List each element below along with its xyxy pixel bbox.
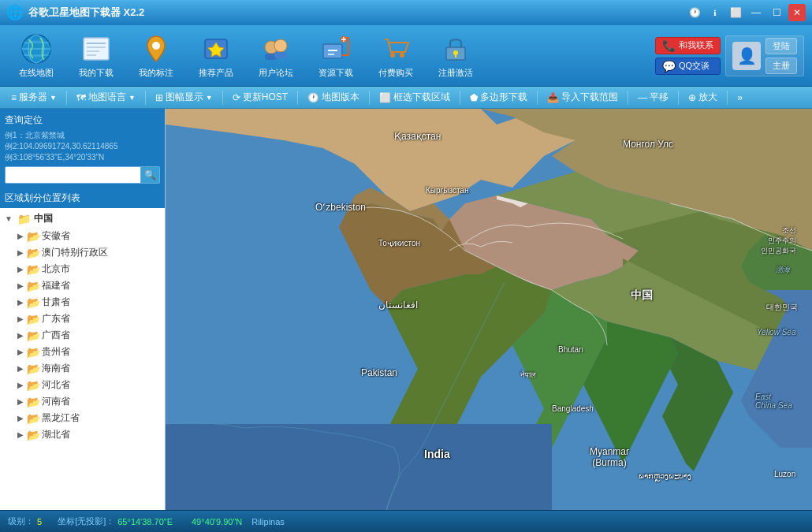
polygon-icon: ⬟ [470,92,478,103]
move-label: 平移 [650,91,669,104]
tree-item-henan[interactable]: ▶ 📂 河南省 [2,393,163,410]
search-input[interactable] [5,166,141,184]
select-area-menu[interactable]: ⬜ 框选下载区域 [373,89,456,106]
map-version-menu[interactable]: 🕐 地图版本 [301,89,366,106]
contact-button[interactable]: 📞 和我联系 [655,37,721,54]
resource-download-button[interactable]: 资源下载 [307,29,364,83]
tree-item-guangxi[interactable]: ▶ 📂 广西省 [2,327,163,344]
recommend-button[interactable]: 推荐产品 [188,29,244,83]
import-menu[interactable]: 📥 导入下载范围 [541,89,624,106]
zoom-label: 放大 [698,91,717,104]
maximize-button[interactable]: ☐ [768,4,785,21]
region-list[interactable]: ▼ 📁 中国 ▶ 📂 安徽省 ▶ 📂 澳门特别行政区 ▶ 📂 北京市 ▶ [0,208,165,510]
level-status: 级别： 5 [8,515,42,527]
server-menu-icon: ≡ [11,92,17,103]
import-icon: 📥 [547,92,559,103]
my-markers-label: 我的标注 [139,67,173,79]
tree-item-hebei[interactable]: ▶ 📂 河北省 [2,377,163,393]
info-button[interactable]: ℹ [706,4,724,21]
tree-root-china[interactable]: ▼ 📁 中国 [2,210,163,228]
zoom-menu[interactable]: ⊕ 放大 [682,89,724,106]
menu-separator-5 [369,91,370,105]
display-menu[interactable]: ⊞ 图幅显示 ▼ [149,89,219,106]
tree-item-guangdong[interactable]: ▶ 📂 广东省 [2,311,163,327]
import-label: 导入下载范围 [561,91,618,104]
forum-button[interactable]: 用户论坛 [248,29,304,83]
search-example-3: 例3:108°56'33"E,34°20'33"N [5,152,160,163]
menu-separator-6 [460,91,460,105]
minimize-button[interactable]: 🕐 [686,4,703,21]
minimize-win-button[interactable]: — [747,4,765,21]
my-markers-button[interactable]: 我的标注 [128,29,184,83]
tree-item-macau[interactable]: ▶ 📂 澳门特别行政区 [2,244,163,261]
tree-child-label-3: 福建省 [42,279,70,292]
my-download-icon [80,32,113,65]
map-container[interactable]: Қазақстан Монгол Улс Oʻzbekiston Кыргызс… [166,109,812,510]
server-menu-label: 服务器 [19,91,47,104]
user-info: 👤 登陆 主册 [725,35,804,76]
svg-point-15 [274,39,287,52]
polygon-menu[interactable]: ⬟ 多边形下载 [464,89,534,106]
tree-child-label-5: 广东省 [42,312,70,326]
menu-bar: ≡ 服务器 ▼ 🗺 地图语言 ▼ ⊞ 图幅显示 ▼ ⟳ 更新HOST 🕐 地图版… [0,87,812,109]
menu-separator-2 [145,91,146,105]
tree-item-hainan[interactable]: ▶ 📂 海南省 [2,360,163,377]
level-value: 5 [37,517,42,526]
menu-separator-9 [678,91,679,105]
server-menu[interactable]: ≡ 服务器 ▼ [5,89,63,106]
forum-icon [259,32,292,65]
tree-item-gansu[interactable]: ▶ 📂 甘肃省 [2,294,163,311]
search-button[interactable]: 🔍 [141,166,160,184]
svg-rect-43 [166,424,402,510]
display-arrow: ▼ [206,94,213,102]
tree-child-label-6: 广西省 [42,329,70,342]
close-button[interactable]: ✕ [788,4,806,21]
tree-child-label-7: 贵州省 [42,345,70,359]
activate-label: 注册激活 [438,67,473,79]
zoom-icon: ⊕ [688,92,696,103]
tree-child-label-9: 河北省 [42,378,70,392]
register-button[interactable]: 主册 [765,58,797,74]
status-bar: 级别： 5 坐标[无投影]： 65°14'38.70"E 49°40'9.90"… [0,510,812,532]
svg-rect-6 [84,38,109,60]
map-lang-menu[interactable]: 🗺 地图语言 ▼ [70,89,142,106]
sidebar: 查询定位 例1：北京紫禁城 例2:104.09691724,30.6211486… [0,109,166,510]
select-area-icon: ⬜ [379,92,391,103]
activate-button[interactable]: 注册激活 [427,29,484,83]
tree-item-fujian[interactable]: ▶ 📂 福建省 [2,277,163,294]
my-download-button[interactable]: 我的下载 [68,29,125,83]
svg-point-25 [400,53,404,58]
move-menu[interactable]: — 平移 [631,89,675,106]
tree-item-anhui[interactable]: ▶ 📂 安徽省 [2,228,163,244]
svg-rect-17 [274,52,287,58]
register-label: 主册 [773,60,790,72]
qq-button[interactable]: 💬 QQ交谈 [655,58,721,75]
contact-label: 和我联系 [679,39,713,51]
map-lang-icon: 🗺 [76,92,86,103]
update-host-menu[interactable]: ⟳ 更新HOST [226,89,294,106]
level-label: 级别： [8,515,34,527]
tree-child-label-0: 安徽省 [42,229,70,243]
move-icon: — [638,92,647,103]
online-map-label: 在线地图 [19,67,54,79]
search-box: 🔍 [5,166,160,184]
search-example-2: 例2:104.09691724,30.62114865 [5,141,160,152]
map-lang-label: 地图语言 [88,91,126,104]
toolbar: 在线地图 我的下载 我的标注 推荐 [0,25,812,87]
title-text: 谷歌卫星地图下载器 X2.2 [28,6,684,20]
tree-item-heilongjiang[interactable]: ▶ 📂 黑龙江省 [2,410,163,426]
more-menu[interactable]: » [731,91,749,105]
tree-item-hubei[interactable]: ▶ 📂 湖北省 [2,426,163,443]
purchase-button[interactable]: 付费购买 [367,29,424,83]
online-map-button[interactable]: 在线地图 [8,29,65,83]
title-icon: 🌐 [6,4,24,21]
tree-item-guizhou[interactable]: ▶ 📂 贵州省 [2,344,163,360]
tree-child-label-2: 北京市 [42,262,70,276]
tree-item-beijing[interactable]: ▶ 📂 北京市 [2,261,163,277]
map-svg [166,109,812,510]
menu-separator-4 [297,91,298,105]
recommend-label: 推荐产品 [199,67,233,79]
tree-child-label-1: 澳门特别行政区 [42,246,108,259]
login-button[interactable]: 登陆 [765,38,797,54]
restore-button[interactable]: ⬜ [727,4,744,21]
